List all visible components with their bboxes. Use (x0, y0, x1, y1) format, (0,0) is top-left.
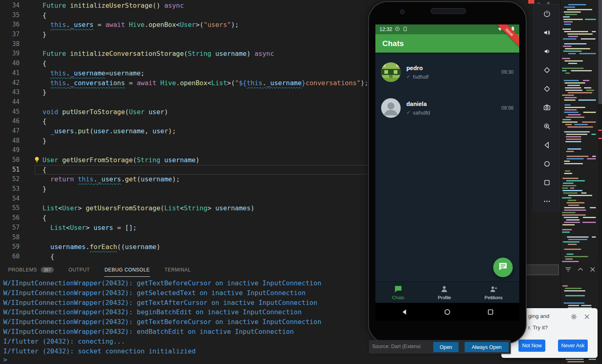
line-number[interactable]: 44 (0, 97, 20, 107)
console-line[interactable]: W/IInputConnectionWrapper(20432): endBat… (3, 327, 321, 337)
line-number[interactable]: 46 (0, 117, 20, 126)
line-number[interactable]: 49 (0, 146, 20, 155)
minimap-line (562, 214, 586, 216)
code-token: > (78, 204, 86, 212)
close-icon[interactable] (584, 313, 590, 320)
nav-chats[interactable]: Chats (392, 285, 404, 300)
line-number[interactable]: 38 (0, 40, 20, 49)
gear-icon[interactable] (571, 313, 577, 320)
home-icon[interactable] (543, 160, 551, 168)
chat-time: 09:30 (501, 69, 514, 75)
line-number[interactable]: 50 (0, 155, 20, 165)
code-token: openBox (180, 79, 207, 87)
line-number[interactable]: 41 (0, 68, 20, 78)
chat-list-item[interactable]: pedro ✓ fsdfsdf 09:30 (375, 54, 519, 90)
line-number[interactable]: 34 (0, 1, 20, 11)
minimap-line (562, 70, 567, 71)
code-token: " (235, 79, 239, 87)
line-number[interactable]: 51 (0, 165, 20, 175)
tab-problems[interactable]: PROBLEMS 387 (8, 263, 54, 277)
power-icon[interactable] (543, 10, 551, 18)
line-number[interactable]: 36 (0, 20, 20, 30)
tab-output[interactable]: OUTPUT (68, 263, 90, 277)
line-number[interactable]: 57 (0, 223, 20, 233)
line-number[interactable]: 59 (0, 242, 20, 252)
chat-list-item[interactable]: daniela ✓ safsdfd 08:56 (375, 90, 519, 126)
console-line[interactable]: W/IInputConnectionWrapper(20432): getTex… (3, 278, 321, 288)
always-open-button[interactable]: Always Open (465, 342, 509, 352)
not-now-button[interactable]: Not Now (518, 340, 545, 352)
code-token (66, 2, 70, 9)
android-back-button[interactable] (401, 308, 408, 315)
more-icon[interactable] (543, 197, 551, 205)
rotate-right-icon[interactable] (543, 85, 551, 93)
line-number[interactable]: 55 (0, 203, 20, 213)
console-prompt[interactable]: > (3, 356, 7, 364)
line-number[interactable]: 35 (0, 11, 20, 20)
close-button[interactable]: × (547, 0, 550, 6)
nav-label: Chats (392, 295, 404, 300)
console-line[interactable]: I/flutter (20432): socket connection ini… (3, 346, 321, 356)
overview-icon[interactable] (543, 179, 551, 187)
line-number[interactable]: 53 (0, 184, 20, 194)
code-token (58, 108, 62, 116)
scrollbar[interactable] (598, 0, 602, 364)
minimap-line (574, 124, 588, 125)
line-number[interactable]: 60 (0, 252, 20, 262)
line-number[interactable]: 40 (0, 59, 20, 68)
back-icon[interactable] (543, 141, 551, 149)
line-number[interactable]: 43 (0, 88, 20, 97)
volume-up-icon[interactable] (543, 29, 551, 37)
maximize-panel-icon[interactable] (577, 266, 584, 273)
line-number[interactable]: 47 (0, 126, 20, 136)
console-line[interactable]: W/IInputConnectionWrapper(20432): beginB… (3, 307, 321, 317)
minimap-line (582, 121, 596, 123)
code-token: String (137, 156, 160, 164)
line-number[interactable]: 37 (0, 30, 20, 40)
minimap-line (563, 19, 583, 20)
line-number[interactable]: 39 (0, 49, 20, 59)
line-number[interactable]: 48 (0, 136, 20, 146)
never-ask-button[interactable]: Never Ask (558, 340, 588, 352)
line-number[interactable]: 54 (0, 194, 20, 204)
volume-down-icon[interactable] (543, 47, 551, 55)
close-panel-icon[interactable] (589, 266, 596, 273)
android-home-button[interactable] (444, 308, 451, 315)
android-recents-button[interactable] (487, 308, 494, 315)
line-number[interactable]: 45 (0, 107, 20, 117)
filter-icon[interactable] (565, 266, 572, 273)
line-number[interactable]: 52 (0, 174, 20, 184)
minimap-line (590, 207, 596, 208)
code-token: async (164, 2, 184, 9)
code-token: ); (231, 21, 239, 29)
screenshot-icon[interactable] (543, 104, 551, 112)
code-token: conversations" (306, 79, 361, 87)
code-token: await (105, 21, 125, 29)
open-button[interactable]: Open (433, 342, 459, 352)
code-line[interactable]: { (35, 165, 371, 175)
panel-actions-band (561, 262, 602, 280)
zoom-in-icon[interactable] (543, 122, 551, 130)
scrollbar-thumb[interactable] (598, 0, 602, 104)
minimap-line (564, 302, 584, 304)
code-token: get (125, 175, 137, 183)
tab-terminal[interactable]: TERMINAL (165, 263, 191, 277)
tab-debug-console[interactable]: DEBUG CONSOLE (104, 263, 150, 277)
emulator-phone[interactable]: 12:32 issue (368, 1, 527, 344)
minimap-line (566, 359, 584, 360)
chat-name: daniela (406, 101, 430, 107)
line-number[interactable]: 42 (0, 78, 20, 88)
debug-console-output[interactable]: W/IInputConnectionWrapper(20432): getTex… (3, 278, 321, 356)
nav-profile[interactable]: Profile (438, 285, 451, 300)
console-line[interactable]: W/IInputConnectionWrapper(20432): getTex… (3, 298, 321, 308)
minimize-button[interactable]: − (537, 0, 540, 6)
line-number[interactable]: 56 (0, 213, 20, 223)
minimap-line (562, 224, 575, 225)
new-chat-fab[interactable] (493, 258, 513, 277)
nav-petitions[interactable]: Petitions (485, 285, 503, 300)
console-line[interactable]: W/IInputConnectionWrapper(20432): getSel… (3, 288, 321, 298)
line-number[interactable]: 58 (0, 233, 20, 243)
console-line[interactable]: W/IInputConnectionWrapper(20432): getTex… (3, 317, 321, 327)
console-line[interactable]: I/flutter (20432): conecting... (3, 337, 321, 346)
rotate-left-icon[interactable] (543, 66, 551, 74)
